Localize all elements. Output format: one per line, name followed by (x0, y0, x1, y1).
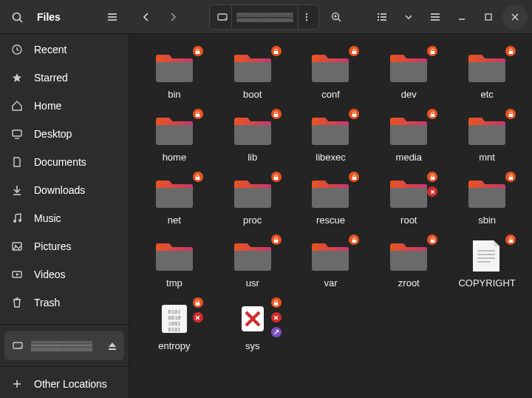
sidebar-item-trash[interactable]: Trash (0, 289, 129, 317)
item-label: var (324, 277, 337, 289)
item-sbin[interactable]: sbin (449, 170, 525, 229)
item-COPYRIGHT[interactable]: COPYRIGHT (449, 233, 525, 291)
item-label: entropy (158, 340, 190, 351)
maximize-button[interactable] (476, 4, 501, 30)
forward-button[interactable] (160, 4, 185, 30)
lock-badge-icon (193, 297, 203, 308)
item-label: root (400, 215, 417, 226)
sidebar-item-videos[interactable]: Videos (0, 260, 129, 289)
minimize-button[interactable] (449, 4, 474, 30)
other-locations-label: Other Locations (34, 378, 107, 390)
sidebar-item-starred[interactable]: Starred (0, 64, 129, 92)
trash-icon (10, 296, 24, 309)
item-label: conf (321, 89, 340, 100)
search-toggle-button[interactable] (4, 4, 30, 30)
search-button[interactable] (324, 4, 349, 30)
sidebar: RecentStarredHomeDesktopDocumentsDownloa… (0, 34, 129, 398)
clock-icon (10, 43, 24, 56)
file-view[interactable]: binbootconfdevetchomeliblibexecmediamntn… (129, 34, 532, 398)
lock-badge-icon (427, 172, 437, 182)
eject-icon[interactable] (106, 340, 117, 351)
item-var[interactable]: var (293, 233, 369, 291)
unreadable-badge-icon (427, 186, 437, 197)
item-label: mnt (479, 152, 495, 163)
sidebar-item-documents[interactable]: Documents (0, 148, 129, 176)
item-boot[interactable]: boot (215, 44, 290, 103)
lock-badge-icon (505, 172, 516, 182)
item-bin[interactable]: bin (137, 44, 212, 103)
sidebar-item-label: Starred (34, 72, 68, 84)
document-icon (10, 155, 24, 169)
sidebar-item-music[interactable]: Music (0, 204, 129, 232)
item-label: proc (243, 215, 262, 226)
lock-badge-icon (349, 46, 359, 56)
sidebar-item-downloads[interactable]: Downloads (0, 176, 129, 204)
lock-badge-icon (349, 109, 359, 119)
unreadable-badge-icon (271, 312, 282, 323)
item-label: media (396, 152, 422, 163)
lock-badge-icon (271, 109, 282, 119)
device-label: ▒▒▒▒▒▒▒▒▒ (31, 340, 99, 351)
sidebar-item-label: Downloads (34, 184, 85, 196)
path-bar[interactable]: ▒▒▒▒▒▒▒▒▒ (209, 4, 319, 30)
item-dev[interactable]: dev (371, 44, 446, 103)
item-tmp[interactable]: tmp (137, 233, 212, 291)
item-sys[interactable]: sys (215, 296, 290, 354)
item-etc[interactable]: etc (449, 44, 525, 103)
sidebar-item-label: Desktop (34, 128, 72, 140)
view-options-button[interactable] (396, 4, 421, 30)
sidebar-item-recent[interactable]: Recent (0, 36, 129, 64)
item-usr[interactable]: usr (215, 233, 290, 291)
picture-icon (10, 240, 24, 253)
item-home[interactable]: home (137, 107, 212, 166)
item-zroot[interactable]: zroot (371, 233, 446, 291)
path-location: ▒▒▒▒▒▒▒▒▒ (232, 12, 298, 22)
sidebar-item-label: Home (34, 100, 61, 112)
lock-badge-icon (271, 297, 282, 308)
item-net[interactable]: net (137, 170, 212, 229)
item-lib[interactable]: lib (215, 107, 290, 166)
star-icon (10, 71, 24, 84)
item-entropy[interactable]: entropy (137, 296, 212, 354)
drive-icon (12, 340, 24, 351)
item-label: etc (480, 89, 493, 100)
sidebar-item-desktop[interactable]: Desktop (0, 120, 129, 148)
item-label: dev (401, 89, 417, 100)
symlink-badge-icon (271, 327, 282, 337)
device-row[interactable]: ▒▒▒▒▒▒▒▒▒ (4, 331, 124, 360)
sidebar-item-label: Trash (34, 297, 60, 308)
lock-badge-icon (427, 46, 437, 56)
item-rescue[interactable]: rescue (293, 170, 369, 229)
item-mnt[interactable]: mnt (449, 107, 525, 166)
lock-badge-icon (271, 46, 282, 56)
sidebar-item-pictures[interactable]: Pictures (0, 232, 129, 260)
lock-badge-icon (349, 235, 359, 245)
plus-icon (10, 377, 24, 391)
item-media[interactable]: media (371, 107, 446, 166)
item-proc[interactable]: proc (215, 170, 290, 229)
path-menu-button[interactable] (298, 5, 316, 29)
item-label: boot (243, 89, 262, 100)
item-label: lib (248, 152, 257, 163)
item-label: sbin (478, 215, 496, 226)
sidebar-item-label: Videos (34, 269, 66, 280)
music-icon (10, 212, 24, 225)
unreadable-badge-icon (193, 312, 203, 323)
lock-badge-icon (505, 109, 516, 119)
item-label: sys (245, 340, 260, 351)
item-libexec[interactable]: libexec (293, 107, 369, 166)
close-button[interactable] (502, 4, 528, 30)
lock-badge-icon (505, 235, 516, 245)
sidebar-menu-button[interactable] (100, 4, 125, 30)
view-list-button[interactable] (369, 4, 395, 30)
sidebar-item-home[interactable]: Home (0, 92, 129, 120)
lock-badge-icon (271, 235, 282, 245)
item-conf[interactable]: conf (293, 44, 369, 103)
lock-badge-icon (505, 46, 516, 56)
item-label: COPYRIGHT (458, 277, 515, 289)
other-locations[interactable]: Other Locations (0, 370, 129, 398)
item-root[interactable]: root (371, 170, 446, 229)
hamburger-menu-button[interactable] (423, 4, 448, 30)
item-label: rescue (316, 215, 345, 226)
back-button[interactable] (134, 4, 159, 30)
